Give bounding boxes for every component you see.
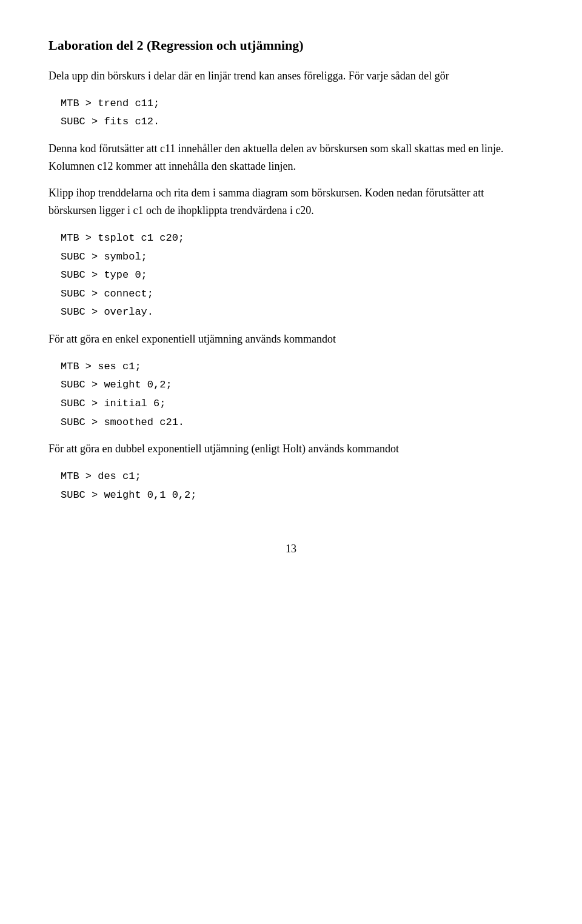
code-line-4-1: MTB > des c1; bbox=[61, 467, 534, 486]
code-line-2-2: SUBC > symbol; bbox=[61, 248, 534, 267]
code-line-2-5: SUBC > overlay. bbox=[61, 303, 534, 322]
intro-paragraph: Dela upp din börskurs i delar där en lin… bbox=[48, 67, 534, 85]
code-line-1-1: MTB > trend c11; bbox=[61, 95, 534, 113]
section-explanation2: Klipp ihop trenddelarna och rita dem i s… bbox=[48, 184, 534, 322]
section-explanation3: För att göra en enkel exponentiell utjäm… bbox=[48, 330, 534, 432]
code-block-4: MTB > des c1; SUBC > weight 0,1 0,2; bbox=[61, 467, 534, 504]
code-line-1-2: SUBC > fits c12. bbox=[61, 113, 534, 132]
code-line-3-3: SUBC > initial 6; bbox=[61, 395, 534, 413]
explanation3-paragraph: För att göra en enkel exponentiell utjäm… bbox=[48, 330, 534, 348]
explanation1-paragraph: Denna kod förutsätter att c11 innehåller… bbox=[48, 140, 534, 175]
code-line-2-4: SUBC > connect; bbox=[61, 285, 534, 304]
explanation4-paragraph: För att göra en dubbel exponentiell utjä… bbox=[48, 440, 534, 458]
code-line-3-2: SUBC > weight 0,2; bbox=[61, 376, 534, 395]
explanation2-paragraph: Klipp ihop trenddelarna och rita dem i s… bbox=[48, 184, 534, 219]
code-line-2-1: MTB > tsplot c1 c20; bbox=[61, 229, 534, 248]
code-line-3-4: SUBC > smoothed c21. bbox=[61, 413, 534, 432]
section-intro: Dela upp din börskurs i delar där en lin… bbox=[48, 67, 534, 132]
page-number: 13 bbox=[48, 541, 534, 557]
code-line-2-3: SUBC > type 0; bbox=[61, 266, 534, 285]
section-explanation4: För att göra en dubbel exponentiell utjä… bbox=[48, 440, 534, 504]
section-explanation1: Denna kod förutsätter att c11 innehåller… bbox=[48, 140, 534, 175]
code-block-1: MTB > trend c11; SUBC > fits c12. bbox=[61, 95, 534, 132]
code-block-3: MTB > ses c1; SUBC > weight 0,2; SUBC > … bbox=[61, 358, 534, 432]
code-block-2: MTB > tsplot c1 c20; SUBC > symbol; SUBC… bbox=[61, 229, 534, 322]
page-title: Laboration del 2 (Regression och utjämni… bbox=[48, 36, 534, 55]
code-line-4-2: SUBC > weight 0,1 0,2; bbox=[61, 486, 534, 505]
page-content: Laboration del 2 (Regression och utjämni… bbox=[48, 36, 534, 557]
code-line-3-1: MTB > ses c1; bbox=[61, 358, 534, 377]
